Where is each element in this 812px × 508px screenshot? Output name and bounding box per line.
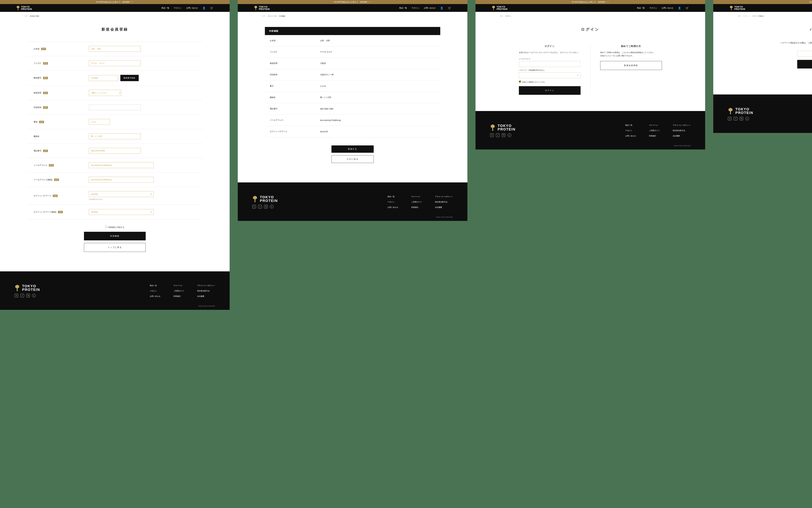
logo-icon	[254, 6, 257, 10]
line-icon[interactable]: L	[32, 294, 36, 297]
line-icon[interactable]: L	[270, 205, 274, 208]
fnav-privacy[interactable]: プライバシーポリシー	[197, 284, 215, 287]
cart-icon[interactable]: 🛒	[448, 6, 451, 10]
password-input[interactable]	[89, 191, 154, 197]
instagram-icon[interactable]: ◎	[502, 133, 505, 137]
user-icon[interactable]: 👤	[678, 6, 681, 10]
breadcrumb: TOP›新規会員登録›内容確認	[238, 12, 468, 20]
label-tel: 電話番号	[34, 150, 41, 152]
footer-logo[interactable]: TOKYOPROTEIN	[490, 124, 516, 131]
fnav-law[interactable]: 特定商法取引法	[197, 290, 215, 292]
fnav-contact[interactable]: お問い合わせ	[150, 295, 160, 297]
confirm-row: 建物名東ハイツ205	[265, 92, 440, 103]
kana-input[interactable]	[89, 60, 141, 66]
footer-logo[interactable]: TOKYOPROTEIN	[14, 284, 40, 292]
agree-label: 利用規約に同意する	[108, 226, 124, 228]
confirm-key: 建物名	[270, 96, 320, 99]
logo[interactable]: TOKYOPROTEIN	[254, 6, 270, 10]
footer-logo[interactable]: TOKYOPROTEIN	[728, 108, 753, 115]
login-button[interactable]: ログイン	[519, 86, 580, 95]
nav-contact[interactable]: お問い合わせ	[186, 7, 198, 9]
eye-icon[interactable]: 👁	[150, 211, 152, 213]
agree-checkbox[interactable]	[105, 226, 107, 228]
facebook-icon[interactable]: f	[734, 117, 737, 120]
zip-search-button[interactable]: 郵便番号検索	[120, 75, 139, 81]
nav-products[interactable]: 商品一覧	[161, 7, 169, 9]
svg-rect-0	[18, 8, 18, 10]
user-icon[interactable]: 👤	[202, 6, 206, 10]
twitter-icon[interactable]: 𝕏	[728, 117, 731, 120]
crumb-register[interactable]: 新規会員登録	[268, 15, 277, 17]
send-button[interactable]: 送信	[797, 60, 812, 69]
confirm-row: 都道府県大阪府	[265, 58, 440, 69]
city-input[interactable]	[89, 104, 141, 110]
nav-contact[interactable]: お問い合わせ	[424, 7, 436, 9]
confirm-value: 1-2-23	[320, 85, 435, 87]
nav-magazine[interactable]: マガジン	[411, 7, 419, 9]
fnav-terms[interactable]: 利用規約	[173, 295, 184, 297]
zip-input[interactable]	[89, 75, 118, 81]
twitter-icon[interactable]: 𝕏	[14, 294, 18, 297]
agree-row: 利用規約に同意する	[27, 226, 203, 228]
pref-select[interactable]: 選択してください	[89, 90, 121, 96]
tel-input[interactable]	[89, 148, 141, 154]
eye-icon[interactable]: 👁	[577, 74, 579, 77]
crumb-top[interactable]: TOP	[262, 15, 265, 17]
user-icon[interactable]: 👤	[440, 6, 443, 10]
submit-button[interactable]: 登録する	[331, 145, 374, 153]
footer-logo[interactable]: TOKYOPROTEIN	[252, 196, 278, 203]
email-input[interactable]	[89, 162, 154, 168]
facebook-icon[interactable]: f	[21, 294, 24, 297]
logo-icon	[252, 196, 257, 202]
fnav-mypage[interactable]: マイページ	[173, 284, 184, 287]
login-desc: 会員の方はメールアドレスとパスワードを入力し、ログインしてください。	[519, 51, 580, 54]
instagram-icon[interactable]: ◎	[26, 294, 30, 297]
instagram-icon[interactable]: ◎	[739, 117, 743, 120]
back-top-button[interactable]: トップに戻る	[84, 243, 146, 252]
login-password-input[interactable]	[519, 72, 580, 78]
password-confirm-input[interactable]	[89, 209, 154, 215]
footer-nav: 商品一覧マガジンお問い合わせ マイページご利用ガイド利用規約 プライバシーポリシ…	[150, 284, 215, 297]
eye-icon[interactable]: 👁	[150, 193, 152, 196]
cart-icon[interactable]: 🛒	[210, 6, 213, 10]
reset-email-input[interactable]	[797, 51, 812, 57]
logo[interactable]: TOKYOPROTEIN	[16, 6, 32, 10]
cart-icon[interactable]: 🛒	[686, 6, 689, 10]
twitter-icon[interactable]: 𝕏	[490, 133, 494, 137]
building-input[interactable]	[89, 133, 141, 139]
logo[interactable]: TOKYOPROTEIN	[492, 6, 508, 10]
row-building: 建物名	[27, 129, 203, 144]
crumb-current: 内容確認	[279, 15, 285, 17]
brand-name: TOKYOPROTEIN	[21, 6, 32, 10]
signup-column: 初めてご利用の方 初めてご利用のお客様は、こちらから新規会員登録をしてください。…	[600, 45, 662, 95]
name-input[interactable]	[89, 46, 141, 52]
fnav-guide[interactable]: ご利用ガイド	[173, 290, 184, 292]
crumb-top[interactable]: TOP	[24, 15, 28, 17]
twitter-icon[interactable]: 𝕏	[252, 205, 256, 208]
line-icon[interactable]: L	[745, 117, 749, 120]
fnav-magazine[interactable]: マガジン	[150, 290, 160, 292]
facebook-icon[interactable]: f	[496, 133, 499, 137]
confirm-key: 電話番号	[270, 108, 320, 110]
addr-input[interactable]	[89, 119, 110, 125]
back-edit-button[interactable]: 入力に戻る	[331, 155, 374, 163]
nav-magazine[interactable]: マガジン	[174, 7, 181, 9]
confirm-value: 東ハイツ205	[320, 96, 435, 99]
autologin-checkbox[interactable]	[519, 81, 521, 83]
password-hint: 半角英数字8文字以上	[89, 198, 196, 201]
confirm-button[interactable]: 内容確認	[84, 232, 146, 240]
signup-button[interactable]: 新規会員登録	[600, 61, 662, 70]
fnav-products[interactable]: 商品一覧	[150, 284, 160, 287]
header: TOKYOPROTEIN商品一覧マガジンお問い合わせ👤🛒	[476, 4, 705, 12]
line-icon[interactable]: L	[508, 133, 511, 137]
label-kana: フリガナ	[34, 62, 41, 65]
row-name: お名前必須	[27, 42, 203, 56]
fnav-company[interactable]: 会社概要	[197, 295, 215, 297]
facebook-icon[interactable]: f	[258, 205, 262, 208]
logo[interactable]: TOKYOPROTEIN	[730, 6, 745, 10]
instagram-icon[interactable]: ◎	[264, 205, 268, 208]
login-email-input[interactable]	[519, 61, 580, 67]
nav-products[interactable]: 商品一覧	[399, 7, 407, 9]
svg-rect-2	[255, 8, 256, 10]
email-confirm-input[interactable]	[89, 177, 154, 182]
